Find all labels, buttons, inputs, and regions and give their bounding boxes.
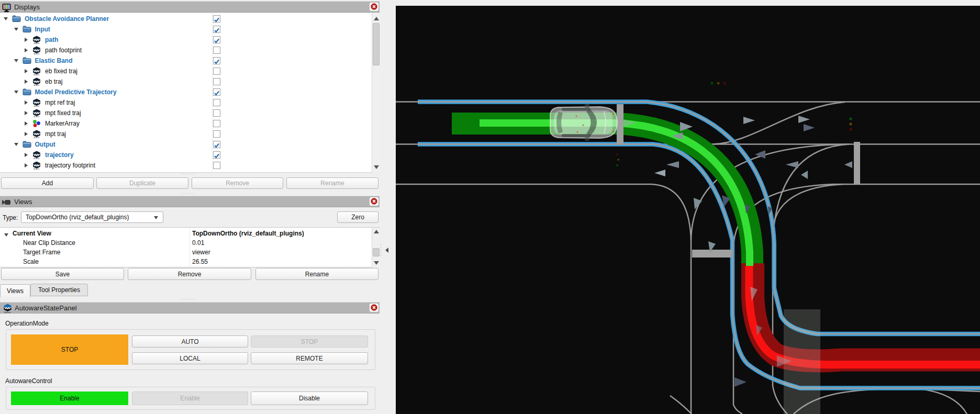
svg-text:Autoware: Autoware	[34, 84, 40, 86]
svg-text:Autoware: Autoware	[34, 116, 40, 117]
svg-text:Autoware: Autoware	[34, 42, 40, 44]
svg-text:Autoware: Autoware	[34, 137, 40, 138]
svg-text:Autoware: Autoware	[34, 105, 40, 107]
svg-text:Autoware: Autoware	[34, 158, 40, 159]
svg-text:Autoware: Autoware	[4, 311, 11, 313]
svg-text:Autoware: Autoware	[34, 74, 40, 75]
svg-text:Autoware: Autoware	[34, 53, 40, 54]
svg-text:Autoware: Autoware	[34, 168, 40, 170]
